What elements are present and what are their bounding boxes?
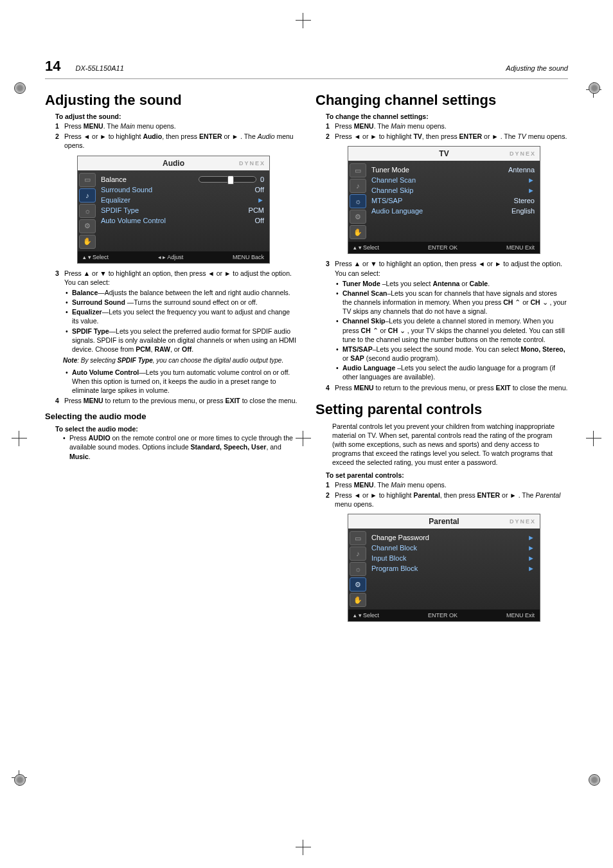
step: 3 Press ▲ or ▼ to highlight an option, t…: [326, 259, 568, 277]
t: to highlight: [377, 132, 414, 140]
osd-value: Off: [255, 186, 264, 194]
step: 4 Press MENU to return to the previous m…: [326, 383, 568, 392]
osd-submenu-arrow-icon: ►: [528, 186, 535, 194]
t: CH: [503, 298, 515, 306]
subsection-title: Selecting the audio mode: [45, 411, 298, 421]
t: Press: [64, 122, 84, 130]
bullet-dot-icon: •: [66, 288, 72, 297]
t: Mono, Stereo,: [520, 345, 565, 353]
section-title-adjusting-sound: Adjusting the sound: [45, 92, 298, 109]
t: Parental: [535, 491, 560, 499]
osd-row: Tuner ModeAntenna: [371, 165, 535, 175]
t: . The: [499, 132, 518, 140]
t: menu opens.: [135, 122, 176, 130]
step-number: 3: [326, 259, 335, 277]
down-arrow-icon: ▼: [100, 269, 106, 278]
t: Press: [335, 481, 354, 489]
t: Press: [69, 434, 89, 442]
osd-submenu-arrow-icon: ►: [528, 554, 535, 562]
osd-submenu-arrow-icon: ►: [528, 544, 535, 552]
t: MENU: [354, 384, 374, 392]
bullet-dot-icon: •: [66, 327, 72, 354]
step: 2 Press ◄ or ► to highlight Audio, then …: [55, 132, 298, 150]
osd-footer-adjust: ◂ ▸ Adjust: [158, 254, 184, 260]
step-number: 2: [326, 491, 335, 509]
t: Audio: [143, 132, 162, 140]
t: ENTER: [199, 132, 222, 140]
osd-value: Stereo: [514, 197, 535, 204]
t: CH: [388, 327, 400, 334]
t: (second audio program).: [364, 354, 440, 362]
t: SAP: [350, 354, 364, 362]
bullet-dot-icon: •: [63, 433, 69, 461]
bullet-item: •Surround Sound —Turns the surround soun…: [66, 298, 298, 307]
down-arrow-icon: ▼: [370, 259, 377, 268]
bullet-item: •MTS/SAP–Lets you select the sound mode.…: [336, 345, 568, 363]
t: or: [342, 354, 350, 362]
right-arrow-icon: ►: [232, 132, 238, 141]
osd-label: Input Block: [371, 554, 406, 562]
osd-tab-audio-icon: ♪: [350, 547, 366, 561]
page-content: 14 DX-55L150A11 Adjusting the sound Adju…: [45, 58, 568, 810]
t: Press: [64, 397, 84, 404]
t: to highlight: [107, 132, 143, 140]
t: or: [500, 491, 510, 499]
osd-label: SPDIF Type: [101, 206, 139, 214]
t: menu opens.: [335, 500, 374, 508]
t: to highlight an option, then press: [377, 260, 479, 267]
step: 2 Press ◄ or ► to highlight TV, then pre…: [326, 132, 568, 141]
osd-row: Audio LanguageEnglish: [371, 206, 535, 216]
t: MENU: [84, 397, 103, 404]
t: Parental: [413, 491, 440, 499]
osd-header: TV DYNEX: [348, 147, 540, 161]
left-arrow-icon: ◄: [354, 491, 360, 500]
osd-title: Audio: [163, 159, 184, 168]
t: Main: [391, 122, 405, 130]
t: AUDIO: [89, 434, 111, 442]
t: . The: [374, 481, 391, 489]
t: . The: [517, 491, 536, 499]
bullet-dot-icon: •: [66, 368, 72, 395]
t: , and: [266, 443, 281, 451]
t: Music: [69, 453, 89, 460]
osd-header: Audio DYNEX: [78, 156, 269, 170]
t: Channel Skip: [342, 317, 386, 325]
osd-footer-exit: MENU Exit: [506, 612, 535, 619]
osd-row: Balance0: [101, 174, 264, 185]
bullet-item: •Equalizer—Lets you select the frequency…: [66, 307, 298, 325]
osd-tab-strip: ▭ ♪ ☼ ⚙ ✋: [348, 529, 369, 610]
up-arrow-icon: ▲: [354, 259, 360, 268]
step-text: Press MENU to return to the previous men…: [335, 383, 568, 392]
t: —Adjusts the balance between the left an…: [98, 289, 290, 296]
bullet-item: •Auto Volume Control—Lets you turn autom…: [66, 368, 298, 395]
t: Press: [335, 260, 354, 267]
bullet-item: • Press AUDIO on the remote control one …: [63, 433, 298, 461]
osd-brand: DYNEX: [510, 518, 536, 525]
t: CH: [530, 298, 542, 306]
t: or: [360, 260, 370, 267]
bullet-dot-icon: •: [66, 298, 72, 307]
page-header: 14 DX-55L150A11 Adjusting the sound: [45, 58, 568, 79]
osd-tab-setup-icon: ⚙: [79, 219, 96, 233]
step: 3 Press ▲ or ▼ to highlight an option, t…: [55, 269, 298, 287]
bullet-item: •Channel Skip–Lets you delete a channel …: [336, 316, 568, 344]
osd-submenu-arrow-icon: ►: [528, 176, 535, 184]
right-arrow-icon: ►: [492, 132, 498, 141]
osd-title: TV: [439, 149, 449, 158]
osd-brand: DYNEX: [510, 150, 536, 157]
procedure-heading: To select the audio mode:: [55, 425, 298, 433]
osd-submenu-arrow-icon: ►: [257, 196, 264, 204]
osd-tab-picture-icon: ▭: [79, 173, 96, 187]
bullet-dot-icon: •: [66, 307, 72, 325]
t: ENTER: [459, 132, 483, 140]
t: . The: [374, 122, 391, 130]
osd-label: Auto Volume Control: [101, 217, 166, 224]
procedure-heading: To set parental controls:: [326, 471, 568, 479]
header-section-label: Adjusting the sound: [506, 64, 568, 72]
t: Channel Scan: [342, 289, 387, 297]
osd-tab-parental-icon: ✋: [350, 593, 366, 607]
osd-submenu-arrow-icon: ►: [528, 565, 535, 572]
t: to highlight an option, then press: [107, 269, 208, 277]
osd-row: Change Password►: [371, 532, 535, 543]
section-title-channel-settings: Changing channel settings: [315, 92, 568, 109]
